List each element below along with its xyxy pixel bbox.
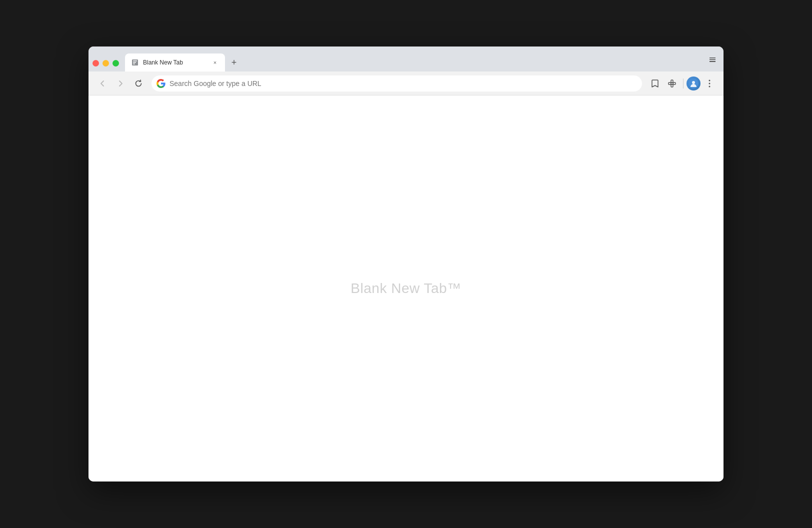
maximize-button[interactable]	[112, 60, 119, 66]
svg-rect-2	[133, 62, 136, 63]
address-bar-wrapper	[152, 76, 642, 92]
page-content: Blank New Tab™	[88, 96, 724, 482]
new-tab-button[interactable]: +	[227, 56, 241, 70]
tab-favicon-icon	[131, 58, 139, 66]
minimize-button[interactable]	[102, 60, 109, 66]
tab-close-button[interactable]: ×	[211, 58, 219, 66]
svg-point-13	[709, 86, 710, 87]
back-button[interactable]	[94, 76, 110, 92]
svg-rect-1	[133, 60, 137, 62]
svg-rect-7	[671, 84, 673, 87]
nav-bar	[88, 72, 724, 96]
window-controls	[92, 60, 119, 72]
active-tab[interactable]: Blank New Tab ×	[125, 54, 225, 72]
bookmark-button[interactable]	[647, 76, 663, 92]
svg-rect-6	[673, 82, 676, 84]
address-bar-input[interactable]	[152, 76, 642, 92]
nav-actions	[647, 76, 718, 92]
browser-window: Blank New Tab × +	[88, 46, 724, 482]
svg-rect-8	[671, 82, 673, 84]
svg-rect-3	[133, 64, 135, 64]
nav-divider	[683, 78, 684, 88]
extensions-button[interactable]	[664, 76, 680, 92]
close-button[interactable]	[92, 60, 99, 66]
tabs-area: Blank New Tab × +	[125, 54, 706, 72]
svg-rect-5	[671, 80, 673, 82]
forward-button[interactable]	[112, 76, 128, 92]
svg-point-10	[692, 81, 695, 84]
title-bar: Blank New Tab × +	[88, 46, 724, 72]
reload-button[interactable]	[130, 76, 146, 92]
tab-strip-menu-button[interactable]	[706, 52, 720, 66]
svg-point-11	[709, 80, 710, 81]
tab-title: Blank New Tab	[143, 59, 207, 66]
address-bar-container	[152, 76, 642, 92]
svg-point-12	[709, 82, 710, 84]
chrome-menu-button[interactable]	[702, 76, 718, 92]
profile-avatar-button[interactable]	[686, 76, 700, 90]
blank-tab-watermark: Blank New Tab™	[350, 280, 461, 296]
svg-rect-4	[668, 82, 671, 84]
title-bar-right	[706, 52, 720, 72]
